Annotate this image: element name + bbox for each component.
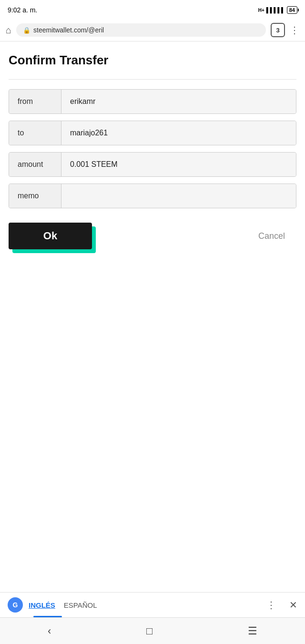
nav-bar: ‹ □ ☰ xyxy=(0,617,305,644)
status-bar: 9:02 a. m. H+ ▌▌▌▌▌ 84 xyxy=(0,0,305,19)
hplus-icon: H+ xyxy=(258,8,264,13)
main-content: Confirm Transfer from erikamr to mariajo… xyxy=(0,41,305,356)
ok-button[interactable]: Ok xyxy=(9,223,92,249)
battery-indicator: 84 xyxy=(287,6,297,14)
lock-icon: 🔒 xyxy=(23,27,30,34)
ok-button-wrapper: Ok xyxy=(9,223,92,249)
amount-value: 0.001 STEEM xyxy=(61,153,296,176)
tab-count[interactable]: 3 xyxy=(271,23,285,37)
browser-menu-icon[interactable]: ⋮ xyxy=(290,24,299,36)
home-button[interactable]: □ xyxy=(137,621,162,641)
to-label: to xyxy=(9,121,61,145)
browser-bar: ⌂ 🔒 steemitwallet.com/@eril 3 ⋮ xyxy=(0,19,305,41)
google-translate-icon: G xyxy=(8,597,23,613)
memo-field: memo xyxy=(9,184,296,208)
cancel-button[interactable]: Cancel xyxy=(247,224,296,249)
from-value: erikamr xyxy=(61,90,296,113)
divider xyxy=(9,79,296,80)
translate-lang-active[interactable]: INGLÉS xyxy=(29,601,55,609)
home-icon[interactable]: ⌂ xyxy=(6,25,11,36)
amount-field: amount 0.001 STEEM xyxy=(9,152,296,177)
url-text: steemitwallet.com/@eril xyxy=(33,26,104,34)
signal-icon: ▌▌▌▌▌ xyxy=(266,7,285,13)
translate-menu-icon[interactable]: ⋮ xyxy=(266,599,276,611)
from-field: from erikamr xyxy=(9,89,296,114)
status-icons: H+ ▌▌▌▌▌ 84 xyxy=(258,6,297,14)
buttons-row: Ok Cancel xyxy=(9,223,296,249)
page-spacer xyxy=(9,249,296,345)
memo-value xyxy=(61,184,296,208)
to-field: to mariajo261 xyxy=(9,121,296,145)
url-bar[interactable]: 🔒 steemitwallet.com/@eril xyxy=(16,23,266,37)
menu-button[interactable]: ☰ xyxy=(238,621,267,641)
memo-label: memo xyxy=(9,184,61,208)
from-label: from xyxy=(9,90,61,113)
translate-close-icon[interactable]: ✕ xyxy=(289,599,297,611)
translate-bar: G INGLÉS ESPAÑOL ⋮ ✕ xyxy=(0,592,305,617)
status-time: 9:02 a. m. xyxy=(8,6,37,14)
back-button[interactable]: ‹ xyxy=(38,621,61,641)
page-title: Confirm Transfer xyxy=(9,53,296,68)
to-value: mariajo261 xyxy=(61,121,296,145)
amount-label: amount xyxy=(9,153,61,176)
translate-lang-inactive[interactable]: ESPAÑOL xyxy=(64,601,97,609)
